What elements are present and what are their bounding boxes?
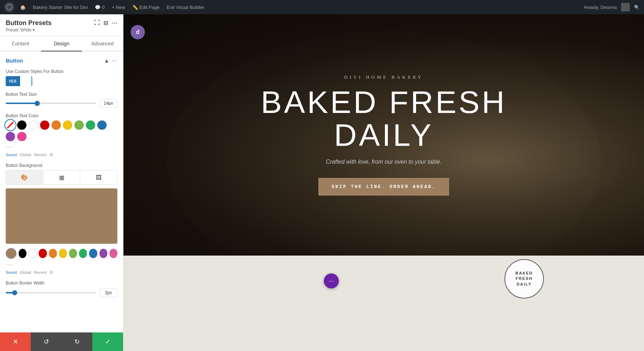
color-swatch-yellow[interactable] xyxy=(63,120,72,130)
text-size-slider-container: 14px xyxy=(6,99,117,108)
bottom-color-row xyxy=(6,248,117,259)
comments-link[interactable]: 💬 0 xyxy=(93,5,106,10)
bg-swatch-black[interactable] xyxy=(19,249,26,258)
text-size-label: Button Text Size xyxy=(6,92,117,97)
purple-fab-button[interactable]: ··· xyxy=(324,273,339,288)
color-swatch-orange[interactable] xyxy=(52,120,61,130)
color-swatch-purple[interactable] xyxy=(6,132,15,141)
user-avatar[interactable] xyxy=(621,3,630,11)
color-swatch-red[interactable] xyxy=(40,120,49,130)
text-size-value[interactable]: 14px xyxy=(99,99,117,108)
bg-global-label[interactable]: Global xyxy=(20,270,31,275)
below-hero-section: ··· BAKED FRESH DAILY xyxy=(123,256,644,351)
text-size-slider-fill xyxy=(6,103,37,104)
badge-text: BAKED FRESH DAILY xyxy=(515,271,533,287)
bg-swatch-yellow[interactable] xyxy=(59,249,67,258)
custom-styles-toggle[interactable]: YES xyxy=(6,76,32,86)
undo-button[interactable]: ↺ xyxy=(31,332,62,351)
bg-swatch-blue[interactable] xyxy=(89,249,97,258)
bakery-hero-section: DIVI HOME BAKERY BAKED FRESH DAILY Craft… xyxy=(123,14,644,256)
exit-builder-link[interactable]: Exit Visual Builder xyxy=(165,5,206,10)
text-size-slider-thumb[interactable] xyxy=(35,101,40,106)
hero-title: BAKED FRESH DAILY xyxy=(261,86,507,152)
admin-home-link[interactable]: 🏠 xyxy=(19,5,27,10)
toggle-no-box xyxy=(20,76,31,86)
bg-swatch-pink[interactable] xyxy=(109,249,117,258)
collapse-icon[interactable]: ▲ xyxy=(104,58,109,64)
save-button[interactable]: ✓ xyxy=(92,332,123,351)
color-preview-box[interactable] xyxy=(6,188,117,244)
color-saved-label[interactable]: Saved xyxy=(6,153,17,157)
tab-content[interactable]: Content xyxy=(0,36,41,51)
new-content-link[interactable]: + New xyxy=(110,5,126,10)
panel-title-row: Button Presets ⛶ ⊟ ⋯ xyxy=(6,19,117,27)
color-recent-label[interactable]: Recent xyxy=(34,153,47,157)
background-label: Button Background xyxy=(6,163,117,168)
tab-advanced[interactable]: Advanced xyxy=(82,36,123,51)
main-wrapper: Button Presets ⛶ ⊟ ⋯ Preset: White ▾ Con… xyxy=(0,14,644,351)
fullscreen-icon[interactable]: ⛶ xyxy=(94,20,100,26)
border-width-field: Button Border Width 2px xyxy=(6,281,117,297)
wp-logo-icon[interactable] xyxy=(4,2,14,12)
section-header: Button ▲ ⋯ xyxy=(6,57,117,64)
bg-saved-label[interactable]: Saved xyxy=(6,270,17,275)
section-more-icon[interactable]: ⋯ xyxy=(112,57,117,64)
color-swatch-light-green[interactable] xyxy=(74,120,84,130)
background-field: Button Background 🎨 ▦ 🖼 xyxy=(6,163,117,275)
redo-button[interactable]: ↻ xyxy=(62,332,92,351)
color-gear-icon[interactable]: ⚙ xyxy=(49,152,53,157)
color-global-label[interactable]: Global xyxy=(20,153,31,157)
color-labels: Saved Global Recent ⚙ xyxy=(6,152,117,157)
bg-gear-icon[interactable]: ⚙ xyxy=(49,270,53,275)
hero-tagline: DIVI HOME BAKERY xyxy=(261,74,507,80)
panel-preset: Preset: White ▾ xyxy=(6,28,117,33)
text-size-slider-track[interactable] xyxy=(6,103,96,104)
bg-swatch-light-green[interactable] xyxy=(69,249,77,258)
border-slider-thumb[interactable] xyxy=(12,290,17,295)
settings-panel: Button Presets ⛶ ⊟ ⋯ Preset: White ▾ Con… xyxy=(0,14,123,351)
bg-swatch-orange[interactable] xyxy=(49,249,57,258)
color-swatch-white[interactable] xyxy=(29,120,38,130)
admin-bar-right: Howdy, Deanna 🔍 xyxy=(584,3,640,11)
circular-badge: BAKED FRESH DAILY xyxy=(504,259,544,298)
color-swatch-black[interactable] xyxy=(17,120,26,130)
bg-color-labels: Saved Global Recent ⚙ xyxy=(6,270,117,275)
preset-dropdown[interactable]: Preset: White xyxy=(6,28,31,33)
color-more-dots[interactable]: ··· xyxy=(6,143,117,151)
hero-subtitle: Crafted with love, from our oven to your… xyxy=(261,159,507,165)
bottom-toolbar: ✕ ↺ ↻ ✓ xyxy=(0,332,123,351)
bg-gradient-icon[interactable]: ▦ xyxy=(43,170,80,184)
toggle-yes-label: YES xyxy=(6,76,19,86)
bg-solid-icon[interactable]: 🎨 xyxy=(6,170,43,184)
bg-swatch-green[interactable] xyxy=(79,249,87,258)
section-controls: ▲ ⋯ xyxy=(104,57,117,64)
text-color-field: Button Text Color ··· Saved xyxy=(6,113,117,157)
search-icon[interactable]: 🔍 xyxy=(634,5,640,10)
bg-swatch-purple[interactable] xyxy=(99,249,107,258)
border-width-value[interactable]: 2px xyxy=(99,288,117,297)
right-preview: d DIVI HOME BAKERY BAKED FRESH DAILY Cra… xyxy=(123,14,644,351)
cancel-button[interactable]: ✕ xyxy=(0,332,31,351)
bg-swatch-white[interactable] xyxy=(29,249,36,258)
color-swatch-pink[interactable] xyxy=(17,132,26,141)
split-icon[interactable]: ⊟ xyxy=(103,20,108,26)
edit-page-link[interactable]: ✏️ Edit Page xyxy=(131,5,161,10)
bg-swatch-red[interactable] xyxy=(39,249,47,258)
border-width-label: Button Border Width xyxy=(6,281,117,286)
bg-recent-label[interactable]: Recent xyxy=(34,270,47,275)
divi-floating-button[interactable]: d xyxy=(131,25,145,39)
bg-image-icon[interactable]: 🖼 xyxy=(80,170,117,184)
hero-cta-button[interactable]: SKIP THE LINE. ORDER AHEAD. xyxy=(318,178,449,196)
color-swatch-blue[interactable] xyxy=(97,120,107,130)
color-swatch-green[interactable] xyxy=(86,120,95,130)
toggle-container: YES xyxy=(6,76,117,86)
bg-color-more-dots[interactable]: ··· xyxy=(6,260,117,268)
tab-design[interactable]: Design xyxy=(41,36,82,51)
color-swatch-transparent[interactable] xyxy=(6,120,15,130)
hero-content: DIVI HOME BAKERY BAKED FRESH DAILY Craft… xyxy=(261,74,507,196)
more-options-icon[interactable]: ⋯ xyxy=(112,20,117,26)
selected-color-circle[interactable] xyxy=(6,248,16,259)
border-slider-track[interactable] xyxy=(6,292,96,293)
site-name-link[interactable]: Bakery Starter Site for Divi xyxy=(31,5,89,10)
background-type-icons: 🎨 ▦ 🖼 xyxy=(6,170,117,185)
